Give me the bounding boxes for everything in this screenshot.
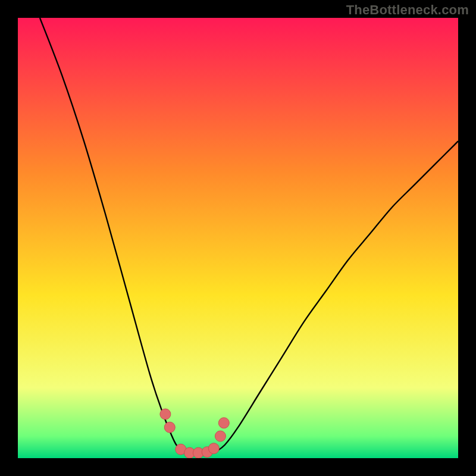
valley-marker	[215, 431, 226, 441]
watermark-label: TheBottleneck.com	[346, 2, 469, 18]
valley-marker	[160, 409, 171, 419]
valley-marker	[164, 422, 175, 433]
plot-area	[18, 18, 458, 458]
valley-marker	[218, 418, 229, 428]
right-curve-path	[216, 141, 458, 452]
valley-marker	[208, 443, 219, 454]
left-curve-path	[40, 18, 185, 452]
chart-frame: TheBottleneck.com	[0, 0, 476, 476]
curve-layer	[18, 18, 458, 458]
